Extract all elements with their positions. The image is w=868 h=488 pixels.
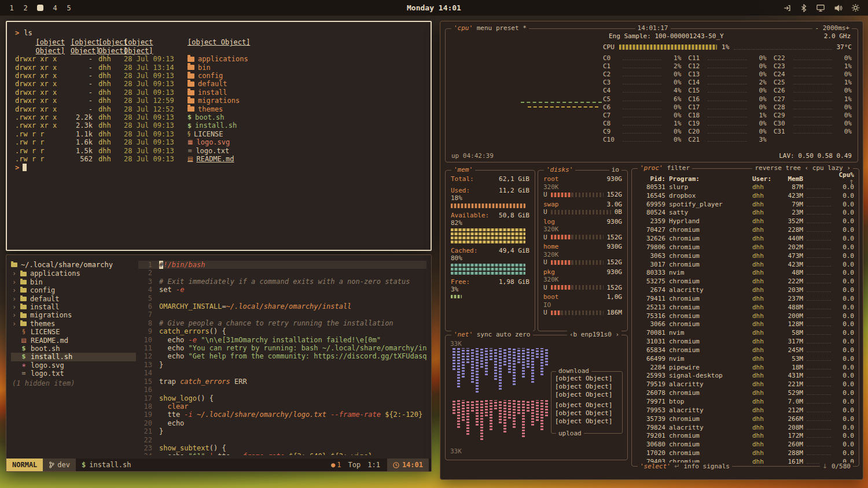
disk-io-rate: IO — [543, 301, 622, 309]
tree-item[interactable]: › bin — [11, 278, 136, 286]
refresh-interval-control[interactable]: - 2000ms+ — [812, 24, 852, 32]
load-average: LAV: 0.50 0.58 0.49 — [779, 152, 852, 160]
tree-item[interactable]: › migrations — [11, 311, 136, 319]
info-button[interactable]: info — [683, 463, 699, 470]
proc-sort-selector[interactable]: ‹ cpu lazy › — [805, 164, 851, 172]
process-row[interactable]: 79824 alacritty dhh 208M 0.0 — [632, 423, 859, 432]
process-row[interactable]: 79971 btop dhh 7.0M 0.0 — [632, 397, 859, 406]
process-cpu-meter — [807, 288, 831, 292]
pid-column-header[interactable]: Pid: — [637, 175, 665, 183]
proc-filter-button[interactable]: filter — [667, 164, 690, 172]
net-interface-selector[interactable]: ‹b enp191s0 › — [567, 331, 621, 339]
process-row[interactable]: 70081 nvim dhh 58M 0.0 — [632, 328, 859, 337]
process-row[interactable]: 25993 signal-desktop dhh 431M 0.0 — [632, 372, 859, 380]
process-row[interactable]: 80531 slurp dhh 87M 0.0 — [632, 183, 859, 191]
process-row[interactable]: 79411 chromium dhh 237M 0.0 — [632, 294, 859, 303]
menu-button[interactable]: menu — [477, 24, 492, 32]
process-row[interactable]: 66499 nvim dhh 53M 0.0 — [632, 354, 859, 363]
process-row[interactable]: 26078 chromium dhh 529M 0.0 — [632, 389, 859, 397]
program-column-header[interactable]: Program: — [669, 175, 749, 183]
process-row[interactable]: 53275 chromium dhh 222M 0.0 — [632, 277, 859, 286]
process-row[interactable]: 79519 alacritty dhh 221M 0.0 — [632, 380, 859, 389]
process-row[interactable]: 80333 nvim dhh 48M 0.0 — [632, 268, 859, 277]
select-mode-button[interactable]: 'select' — [640, 463, 671, 470]
bluetooth-icon[interactable] — [800, 4, 807, 12]
process-row[interactable]: 70427 chromium dhh 228M 0.0 — [632, 225, 859, 234]
process-row[interactable]: 25213 chromium dhh 488M 0.0 — [632, 303, 859, 312]
code-line: 22 — [138, 436, 426, 444]
workspace-indicator[interactable]: 1 — [9, 4, 14, 12]
process-row[interactable]: 2674 alacritty dhh 203M 0.0 — [632, 286, 859, 294]
tree-item[interactable]: › applications — [11, 269, 136, 278]
net-sync-button[interactable]: sync — [477, 331, 492, 338]
process-row[interactable]: 3063 chromium dhh 473M 0.0 — [632, 252, 859, 260]
tree-item[interactable]: $ install.sh — [11, 353, 136, 361]
process-row[interactable]: 3017 chromium dhh 423M 0.0 — [632, 260, 859, 269]
prompt-symbol: > — [15, 164, 19, 172]
workspace-indicator[interactable]: 4 — [53, 4, 57, 12]
gear-icon[interactable] — [851, 3, 860, 12]
process-row[interactable]: 17020 chromium dhh 288M 0.0 — [632, 449, 859, 457]
process-row[interactable]: 69959 spotify_player dhh 79M 0.0 — [632, 200, 859, 209]
download-bar — [457, 348, 460, 387]
tree-item[interactable]: ▤ README.md — [11, 337, 136, 345]
process-cpu-percent: 0.0 — [834, 252, 854, 260]
volume-icon[interactable] — [834, 4, 843, 12]
tree-item[interactable]: › themes — [11, 320, 136, 328]
tree-item[interactable]: › install — [11, 303, 136, 311]
file-row: .rw r r 562 dhh 28 Jul 09:13 README.md — [15, 155, 422, 163]
tree-item[interactable]: ≡ logo.txt — [11, 369, 136, 378]
proc-tree-button[interactable]: tree — [785, 164, 801, 172]
file-size: 2.2k — [71, 113, 93, 121]
process-name: nvim — [669, 269, 749, 276]
tree-root-path: ~/.local/share/omarchy — [21, 261, 113, 269]
tree-item[interactable]: › config — [11, 286, 136, 294]
process-row[interactable]: 30680 chromium dhh 260M 0.0 — [632, 440, 859, 449]
editor-window[interactable]: ~/.local/share/omarchy › applications › … — [6, 254, 432, 472]
cpu-core-row: C9 0% — [603, 128, 681, 136]
workspace-indicator[interactable]: 2 — [23, 4, 28, 12]
process-row[interactable]: 3066 chromium dhh 128M 0.0 — [632, 320, 859, 329]
process-row[interactable]: 35739 chromium dhh 266M 0.0 — [632, 415, 859, 423]
core-id: C5 — [603, 95, 619, 103]
user-column-header[interactable]: User: — [752, 175, 773, 183]
file-type-icon — [20, 280, 27, 284]
workspace-indicator[interactable] — [37, 5, 43, 11]
process-cpu-meter — [807, 408, 831, 412]
net-zero-button[interactable]: zero — [515, 331, 531, 338]
process-row[interactable]: 31031 chromium dhh 317M 0.0 — [632, 337, 859, 346]
terminal-window[interactable]: > ls [object Object][object Object][obje… — [6, 21, 432, 251]
process-row[interactable]: 79201 chromium dhh 172M 0.0 — [632, 431, 859, 440]
process-panel: 'proc' filter reverse tree ‹ cpu lazy › … — [631, 168, 859, 467]
workspace-indicator[interactable]: 5 — [67, 4, 71, 12]
tree-item[interactable]: › default — [11, 295, 136, 303]
signals-button[interactable]: signals — [703, 463, 730, 470]
process-cpu-meter — [807, 194, 831, 198]
process-cpu-percent: 0.0 — [834, 261, 854, 268]
process-row[interactable]: 2284 pipewire dhh 18M 0.0 — [632, 363, 859, 372]
network-icon[interactable] — [816, 4, 825, 12]
process-row[interactable]: 65834 chromium dhh 245M 0.0 — [632, 346, 859, 354]
proc-reverse-button[interactable]: reverse — [755, 164, 781, 172]
tree-item[interactable]: $ boot.sh — [11, 345, 136, 353]
io-mode-button[interactable]: io — [609, 166, 621, 174]
tree-item[interactable]: § LICENSE — [11, 328, 136, 336]
process-row[interactable]: 79806 chromium dhh 202M 0.0 — [632, 243, 859, 252]
preset-button[interactable]: preset * — [496, 24, 527, 32]
process-row[interactable]: 32626 chromium dhh 440M 0.0 — [632, 234, 859, 243]
btop-window[interactable]: 'cpu' menu preset * 14:01:17 - 2000ms+ E… — [440, 21, 863, 480]
code-editor[interactable]: 1 #!/bin/bash 2 3 # Exit immediately if … — [138, 261, 426, 455]
process-row[interactable]: 75316 chromium dhh 200M 0.0 — [632, 312, 859, 320]
terminal-prompt-line[interactable]: > — [15, 164, 422, 172]
process-row[interactable]: 16545 dropbox dhh 423M 0.0 — [632, 191, 859, 200]
download-stat: [object Object] — [555, 391, 619, 399]
logout-icon[interactable] — [783, 4, 792, 12]
process-row[interactable]: 79953 alacritty dhh 212M 0.0 — [632, 406, 859, 415]
net-auto-button[interactable]: auto — [496, 331, 512, 338]
process-row[interactable]: 80524 satty dhh 23M 0.0 — [632, 209, 859, 217]
mem-column-header[interactable]: MemB — [777, 175, 803, 183]
disk-name: root — [543, 175, 559, 183]
tree-item[interactable]: ∗ logo.svg — [11, 361, 136, 369]
file-row: .rwxr xr x 2.3k dhh 28 Jul 09:13 install… — [15, 121, 422, 130]
process-row[interactable]: 2359 Hyprland dhh 352M 0.0 — [632, 217, 859, 225]
